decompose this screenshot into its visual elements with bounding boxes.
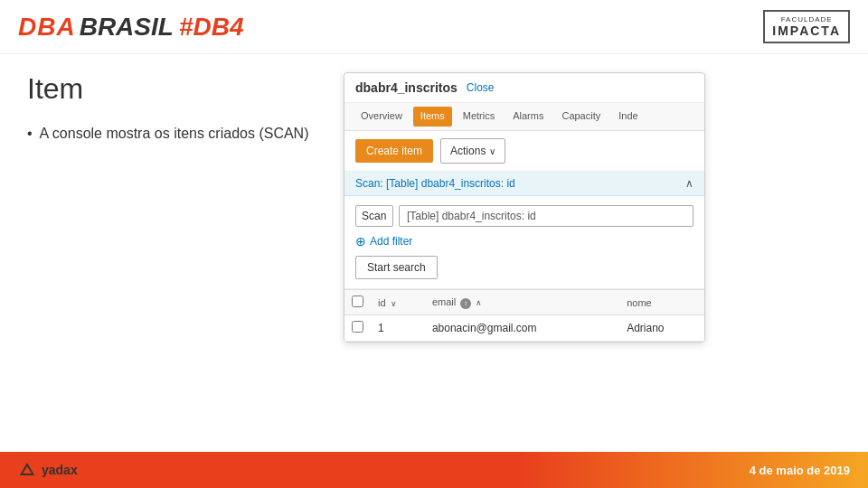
add-filter-row[interactable]: ⊕ Add filter <box>355 234 693 249</box>
filter-row: Scan [Table] dbabr4_inscritos: id <box>355 205 693 227</box>
row-email: abonacin@gmail.com <box>425 315 619 342</box>
yadax-text: yadax <box>42 463 78 477</box>
header-nome: nome <box>619 290 704 315</box>
bullet-text: A console mostra os itens criados (SCAN) <box>40 124 309 144</box>
main-content: Item • A console mostra os itens criados… <box>0 54 868 452</box>
bullet-item: • A console mostra os itens criados (SCA… <box>27 124 316 144</box>
row-id: 1 <box>371 315 425 342</box>
bottom-bar: yadax 4 de maio de 2019 <box>0 452 868 488</box>
logo-dba: DBA <box>18 13 76 42</box>
console-window: dbabr4_inscritos Close Overview Items Me… <box>344 72 705 343</box>
scan-bar-chevron-icon: ∧ <box>685 177 693 190</box>
impacta-logo: Faculdade IMPACTA <box>763 10 850 43</box>
logo-db4: #DB4 <box>179 13 244 42</box>
row-nome: Adriano <box>619 315 704 342</box>
table-header-row: id ∨ email i ∧ nome <box>344 290 704 315</box>
scan-bar-text: Scan: [Table] dbabr4_inscritos: id <box>355 177 515 190</box>
close-link[interactable]: Close <box>467 81 495 94</box>
table-name-label: dbabr4_inscritos <box>355 80 458 95</box>
right-panel: dbabr4_inscritos Close Overview Items Me… <box>344 72 841 434</box>
console-tabs: Overview Items Metrics Alarms Capacity I… <box>344 103 704 131</box>
select-all-checkbox[interactable] <box>352 296 363 307</box>
filter-area: Scan [Table] dbabr4_inscritos: id ⊕ Add … <box>344 196 704 289</box>
tab-items[interactable]: Items <box>413 107 452 127</box>
bullet-dot: • <box>27 124 33 144</box>
filter-value-display: [Table] dbabr4_inscritos: id <box>399 205 693 227</box>
row-checkbox-cell <box>344 315 371 342</box>
top-bar: DBA BRASIL #DB4 Faculdade IMPACTA <box>0 0 868 54</box>
row-checkbox[interactable] <box>352 321 363 333</box>
header-email: email i ∧ <box>425 290 619 315</box>
email-info-icon: i <box>460 298 471 309</box>
add-filter-label: Add filter <box>370 235 412 248</box>
results-table: id ∨ email i ∧ nome 1 abonacin@gmail.com… <box>344 289 704 342</box>
logo-brasil: BRASIL <box>80 13 174 42</box>
yadax-logo: yadax <box>18 461 78 479</box>
scan-bar[interactable]: Scan: [Table] dbabr4_inscritos: id ∧ <box>344 172 704 196</box>
tab-overview[interactable]: Overview <box>352 103 411 130</box>
tab-alarms[interactable]: Alarms <box>504 103 552 130</box>
page-title: Item <box>27 72 316 106</box>
tab-metrics[interactable]: Metrics <box>454 103 504 130</box>
tab-capacity[interactable]: Capacity <box>552 103 609 130</box>
actions-button[interactable]: Actions <box>440 138 505 164</box>
console-header: dbabr4_inscritos Close <box>344 73 704 103</box>
impacta-name-label: IMPACTA <box>772 23 841 38</box>
date-label: 4 de maio de 2019 <box>750 464 850 477</box>
start-search-button[interactable]: Start search <box>355 256 438 279</box>
table-row: 1 abonacin@gmail.com Adriano <box>344 315 704 342</box>
impacta-faculdade-label: Faculdade <box>772 15 841 23</box>
header-checkbox <box>344 290 371 315</box>
email-sort-icon: ∧ <box>476 298 482 307</box>
header-id: id ∨ <box>371 290 425 315</box>
tab-inde[interactable]: Inde <box>609 103 646 130</box>
add-filter-plus-icon: ⊕ <box>355 234 366 249</box>
id-sort-icon: ∨ <box>391 299 397 308</box>
logo-area: DBA BRASIL #DB4 <box>18 13 244 42</box>
create-item-button[interactable]: Create item <box>355 139 433 163</box>
yadax-icon <box>18 461 36 479</box>
scan-select[interactable]: Scan <box>355 205 393 227</box>
action-bar: Create item Actions <box>344 131 704 172</box>
left-panel: Item • A console mostra os itens criados… <box>27 72 316 434</box>
